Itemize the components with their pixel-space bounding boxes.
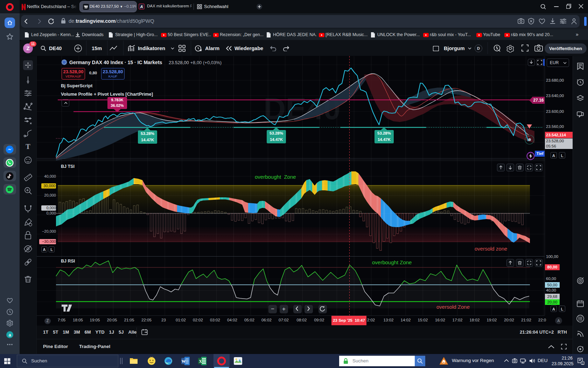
svg-text:2: 2	[582, 362, 583, 365]
svg-text:a: a	[8, 332, 11, 338]
svg-text:T: T	[26, 143, 30, 150]
svg-text:A: A	[140, 5, 143, 9]
svg-text:X: X	[199, 359, 202, 364]
svg-text:W: W	[182, 359, 186, 364]
